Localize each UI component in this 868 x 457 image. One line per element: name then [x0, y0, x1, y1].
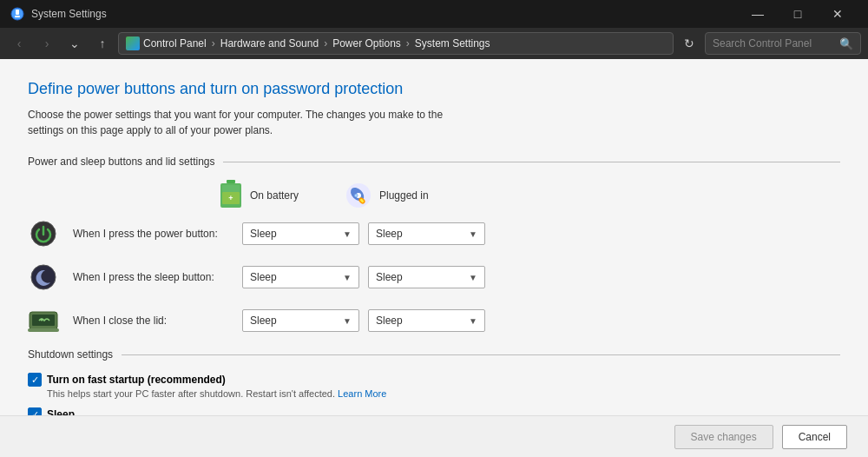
svg-rect-1: [16, 10, 19, 15]
sleep-button-dropdowns: Sleep ▼ Sleep ▼: [242, 266, 485, 288]
breadcrumb-part-3[interactable]: Power Options: [332, 37, 401, 50]
lid-plugged-dropdown[interactable]: Sleep ▼: [368, 309, 485, 332]
sleep-battery-dropdown[interactable]: Sleep ▼: [242, 266, 359, 288]
power-battery-value: Sleep: [250, 228, 277, 240]
sleep-battery-value: Sleep: [250, 271, 277, 283]
forward-button[interactable]: ›: [35, 31, 59, 56]
svg-rect-6: [222, 185, 240, 192]
sleep-plugged-value: Sleep: [376, 271, 403, 283]
minimize-button[interactable]: —: [738, 0, 778, 28]
svg-point-19: [41, 319, 43, 321]
power-plugged-value: Sleep: [376, 228, 403, 240]
sleep-button-label: When I press the sleep button:: [73, 271, 242, 283]
lid-row: When I close the lid: Sleep ▼ Sleep ▼: [28, 305, 840, 336]
chevron-down-icon: ▼: [469, 316, 477, 326]
sleep-button-icon: [28, 262, 59, 293]
window-title: System Settings: [31, 8, 107, 20]
back-button[interactable]: ‹: [7, 31, 31, 56]
search-icon: 🔍: [839, 37, 853, 50]
lid-battery-value: Sleep: [250, 315, 277, 327]
power-battery-dropdown[interactable]: Sleep ▼: [242, 222, 359, 245]
chevron-down-icon: ▼: [343, 273, 352, 282]
app-icon: [10, 7, 24, 21]
fast-startup-checkbox[interactable]: [28, 373, 42, 387]
svg-rect-18: [28, 328, 59, 332]
lid-dropdowns: Sleep ▼ Sleep ▼: [242, 309, 485, 332]
col-battery-label: On battery: [250, 189, 299, 202]
chevron-down-icon: ▼: [469, 229, 477, 239]
power-button-icon: [28, 218, 59, 249]
sleep-plugged-dropdown[interactable]: Sleep ▼: [368, 266, 485, 288]
control-panel-icon: [126, 36, 140, 50]
window-controls: — □ ✕: [738, 0, 858, 28]
maximize-button[interactable]: □: [778, 0, 818, 28]
power-plugged-dropdown[interactable]: Sleep ▼: [368, 222, 485, 245]
navigation-bar: ‹ › ⌄ ↑ Control Panel › Hardware and Sou…: [0, 28, 868, 59]
title-bar: System Settings — □ ✕: [0, 0, 868, 28]
page-description: Choose the power settings that you want …: [28, 107, 479, 138]
save-changes-button[interactable]: Save changes: [674, 425, 773, 449]
fast-startup-row: Turn on fast startup (recommended): [28, 373, 840, 387]
main-content: Define power buttons and turn on passwor…: [0, 59, 868, 457]
recent-button[interactable]: ⌄: [62, 31, 87, 56]
col-header-battery: + On battery: [219, 180, 345, 211]
breadcrumb-part-1[interactable]: Control Panel: [143, 37, 207, 50]
lid-plugged-value: Sleep: [376, 315, 403, 327]
cancel-button[interactable]: Cancel: [782, 425, 847, 449]
section-power-buttons: Power and sleep buttons and lid settings: [28, 156, 840, 168]
chevron-down-icon: ▼: [343, 229, 352, 239]
chevron-down-icon: ▼: [343, 316, 352, 326]
bottom-action-bar: Save changes Cancel: [0, 415, 868, 457]
section-shutdown: Shutdown settings: [28, 348, 840, 361]
lid-label: When I close the lid:: [73, 315, 242, 327]
page-title: Define power buttons and turn on passwor…: [28, 80, 840, 98]
svg-rect-3: [227, 180, 235, 183]
chevron-down-icon: ▼: [469, 273, 477, 282]
learn-more-link[interactable]: Learn More: [338, 388, 386, 399]
section-label-2: Shutdown settings: [28, 348, 113, 361]
section-label-1: Power and sleep buttons and lid settings: [28, 156, 214, 168]
up-button[interactable]: ↑: [90, 31, 115, 56]
col-plugged-label: Plugged in: [379, 189, 429, 202]
address-bar: Control Panel › Hardware and Sound › Pow…: [118, 32, 674, 55]
refresh-button[interactable]: ↻: [677, 31, 701, 56]
power-button-dropdowns: Sleep ▼ Sleep ▼: [242, 222, 485, 245]
search-input[interactable]: [713, 37, 834, 50]
breadcrumb-part-4[interactable]: System Settings: [415, 37, 490, 50]
breadcrumb-part-2[interactable]: Hardware and Sound: [220, 37, 319, 50]
close-button[interactable]: ✕: [818, 0, 858, 28]
column-headers: + On battery Plugged in: [219, 180, 840, 211]
plugged-in-icon: [345, 182, 372, 209]
svg-text:+: +: [228, 194, 233, 202]
sleep-button-row: When I press the sleep button: Sleep ▼ S…: [28, 262, 840, 293]
col-header-plugged: Plugged in: [345, 180, 470, 211]
shutdown-item-fast-startup: Turn on fast startup (recommended) This …: [28, 373, 840, 399]
power-button-row: When I press the power button: Sleep ▼ S…: [28, 218, 840, 249]
fast-startup-sublabel: This helps start your PC faster after sh…: [47, 388, 840, 399]
battery-icon: +: [219, 180, 243, 211]
svg-rect-2: [15, 16, 20, 17]
power-button-label: When I press the power button:: [73, 228, 242, 240]
lid-icon: [28, 305, 59, 336]
fast-startup-label: Turn on fast startup (recommended): [47, 374, 226, 386]
search-box[interactable]: 🔍: [705, 32, 861, 55]
lid-battery-dropdown[interactable]: Sleep ▼: [242, 309, 359, 332]
